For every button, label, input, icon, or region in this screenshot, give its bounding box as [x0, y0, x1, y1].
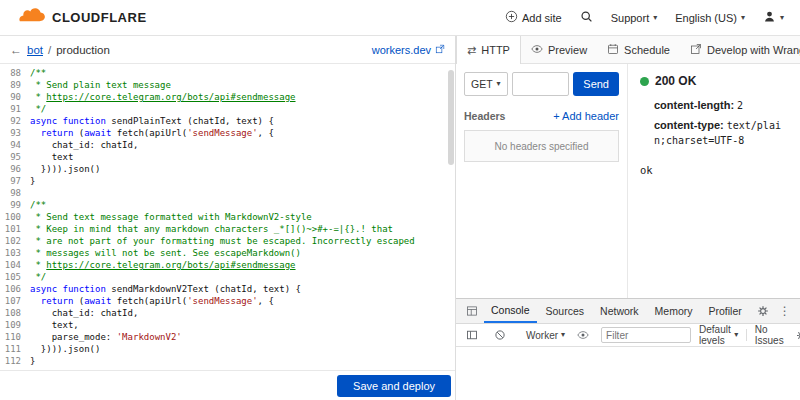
request-panel: GET ▾ Send Headers + Add header No heade…	[456, 64, 628, 298]
main-split: ← bot / production workers.dev 88/**89 *…	[0, 36, 800, 400]
code-editor[interactable]: 88/**89 * Send plain text message90 * ht…	[0, 64, 455, 370]
code-line[interactable]: 95 text	[0, 151, 455, 163]
eye-icon	[531, 43, 543, 57]
plus-icon	[505, 10, 518, 25]
language-label: English (US)	[675, 12, 737, 24]
code-line[interactable]: 104 * https://core.telegram.org/bots/api…	[0, 259, 455, 271]
devtools-tab-network[interactable]: Network	[593, 299, 646, 323]
code-line[interactable]: 105 */	[0, 271, 455, 283]
response-header-name: content-type:	[654, 119, 724, 131]
line-number: 105	[0, 271, 30, 283]
code-line-text: }))).json()	[30, 163, 100, 175]
add-header-link[interactable]: + Add header	[553, 110, 619, 122]
code-line[interactable]: 99/**	[0, 199, 455, 211]
console-context-select[interactable]: Worker ▾	[526, 330, 565, 341]
gear-icon[interactable]	[753, 305, 773, 317]
workers-dev-link[interactable]: workers.dev	[372, 44, 445, 56]
issues-counter[interactable]: No Issues	[755, 324, 784, 346]
console-settings-gear-icon[interactable]	[792, 330, 800, 341]
tab-preview-label: Preview	[548, 44, 587, 56]
breadcrumb: ← bot / production	[10, 43, 110, 57]
code-line[interactable]: 94 chat_id: chatId,	[0, 139, 455, 151]
back-arrow-icon[interactable]: ←	[10, 43, 22, 57]
code-line-text: * https://core.telegram.org/bots/api#sen…	[30, 259, 296, 271]
code-line[interactable]: 101 * Keep in mind that any markdown cha…	[0, 223, 455, 235]
status-ok-dot	[640, 77, 649, 86]
code-line[interactable]: 112}	[0, 355, 455, 367]
code-line[interactable]: 89 * Send plain text message	[0, 79, 455, 91]
line-number: 101	[0, 223, 30, 235]
status-badge: 200 OK	[655, 74, 696, 88]
line-number: 93	[0, 127, 30, 139]
tab-schedule-label: Schedule	[624, 44, 670, 56]
code-line[interactable]: 111 }))).json()	[0, 343, 455, 355]
code-line[interactable]: 93 return (await fetch(apiUrl('sendMessa…	[0, 127, 455, 139]
code-line[interactable]: 109 text,	[0, 319, 455, 331]
response-header-name: content-length:	[654, 99, 734, 111]
breadcrumb-environment: production	[56, 44, 110, 56]
code-line[interactable]: 90 * https://core.telegram.org/bots/api#…	[0, 91, 455, 103]
response-header-value: 2	[737, 100, 743, 111]
save-deploy-button[interactable]: Save and deploy	[337, 375, 451, 397]
code-line[interactable]: 88/**	[0, 67, 455, 79]
tab-http[interactable]: ⇄ HTTP	[456, 36, 521, 64]
devtools-tab-profiler[interactable]: Profiler	[702, 299, 749, 323]
live-expression-eye-icon[interactable]	[573, 329, 593, 341]
devtools-tab-console[interactable]: Console	[484, 299, 537, 323]
add-site-button[interactable]: Add site	[505, 10, 562, 25]
code-line-text: }	[30, 175, 35, 187]
log-levels-select[interactable]: Default levels ▾	[699, 324, 738, 346]
search-button[interactable]	[580, 10, 593, 25]
clear-console-icon[interactable]	[490, 329, 510, 341]
code-line[interactable]: 107 return (await fetch(apiUrl('sendMess…	[0, 295, 455, 307]
code-line-text: }))).json()	[30, 343, 100, 355]
console-sidebar-icon[interactable]	[462, 329, 482, 341]
cloudflare-logo[interactable]: CLOUDFLARE	[16, 8, 147, 27]
line-number: 92	[0, 115, 30, 127]
tab-schedule[interactable]: Schedule	[597, 36, 680, 63]
console-filter-input[interactable]	[601, 327, 691, 343]
url-input[interactable]	[512, 72, 570, 96]
code-line[interactable]: 91 */	[0, 103, 455, 115]
tab-wrangler[interactable]: Develop with Wrangler CLI	[680, 36, 800, 63]
console-output[interactable]	[456, 347, 800, 400]
account-menu[interactable]: ▾	[763, 10, 784, 25]
line-number: 104	[0, 259, 30, 271]
line-number: 109	[0, 319, 30, 331]
code-line[interactable]: 106async function sendMarkdownV2Text (ch…	[0, 283, 455, 295]
panels-icon[interactable]	[462, 305, 482, 317]
send-button[interactable]: Send	[573, 72, 619, 96]
code-line[interactable]: 100 * Send text message formatted with M…	[0, 211, 455, 223]
code-line[interactable]: 110 parse_mode: 'MarkdownV2'	[0, 331, 455, 343]
code-line-text: chat_id: chatId,	[30, 307, 138, 319]
tab-preview[interactable]: Preview	[521, 36, 597, 63]
code-line[interactable]: 103 * messages will not be sent. See esc…	[0, 247, 455, 259]
code-line[interactable]: 98	[0, 187, 455, 199]
editor-scrollbar[interactable]	[448, 64, 454, 370]
kebab-menu-icon[interactable]: ⋮	[775, 304, 795, 318]
line-number: 96	[0, 163, 30, 175]
scrollbar-thumb[interactable]	[448, 70, 454, 165]
code-line[interactable]: 96 }))).json()	[0, 163, 455, 175]
support-label: Support	[611, 12, 650, 24]
breadcrumb-project-link[interactable]: bot	[27, 44, 43, 56]
code-line-text: return (await fetch(apiUrl('sendMessage'…	[30, 295, 274, 307]
chevron-down-icon: ▾	[741, 14, 745, 22]
devtools-tab-sources[interactable]: Sources	[539, 299, 592, 323]
support-menu[interactable]: Support ▾	[611, 12, 658, 24]
add-site-label: Add site	[522, 12, 562, 24]
code-line[interactable]: 102 * are not part of your formatting mu…	[0, 235, 455, 247]
language-menu[interactable]: English (US) ▾	[675, 12, 745, 24]
code-line[interactable]: 97}	[0, 175, 455, 187]
code-line-text: * messages will not be sent. See escapeM…	[30, 247, 301, 259]
editor-footer: Save and deploy	[0, 370, 455, 400]
request-row: GET ▾ Send	[464, 72, 619, 96]
code-line[interactable]: 108 chat_id: chatId,	[0, 307, 455, 319]
code-line[interactable]: 92async function sendPlainText (chatId, …	[0, 115, 455, 127]
line-number: 100	[0, 211, 30, 223]
http-tabbar: ⇄ HTTP Preview Schedule	[456, 36, 800, 64]
method-select[interactable]: GET ▾	[464, 72, 508, 96]
cloudflare-cloud-icon	[16, 8, 46, 27]
code-line-text: */	[30, 103, 46, 115]
devtools-tab-memory[interactable]: Memory	[648, 299, 700, 323]
